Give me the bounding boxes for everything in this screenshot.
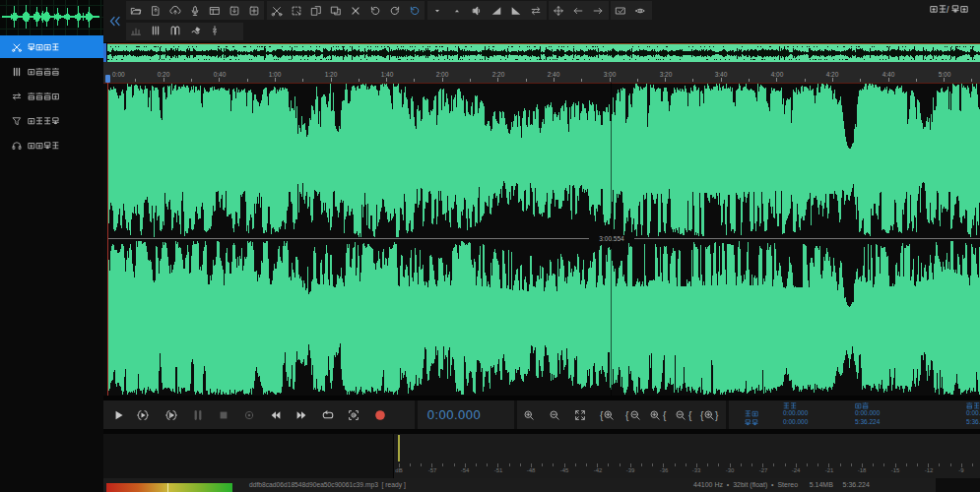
svg-text:{: { [688, 410, 692, 421]
svg-text:{: { [625, 410, 629, 421]
svg-text:{: { [600, 410, 604, 421]
svg-text:}: } [715, 410, 719, 421]
svg-text:{: { [663, 410, 667, 421]
svg-text:{: { [700, 410, 704, 421]
svg-text:/: / [947, 5, 949, 15]
